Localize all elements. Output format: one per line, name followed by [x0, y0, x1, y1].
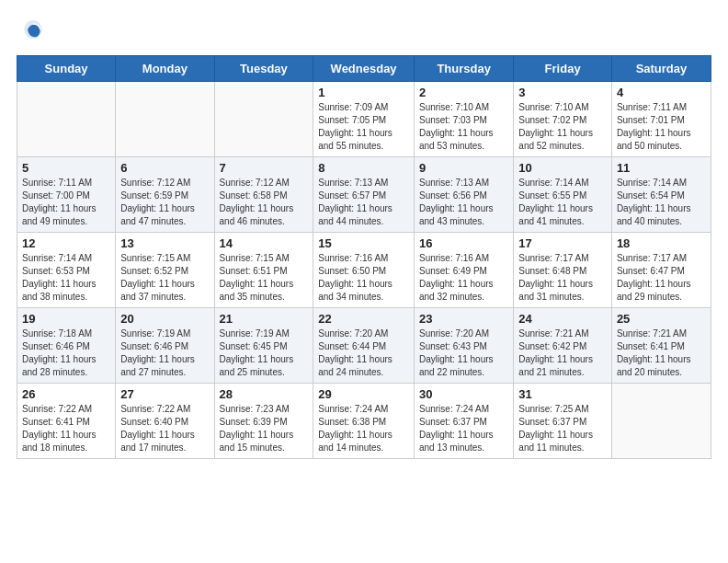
- calendar-week-2: 5Sunrise: 7:11 AM Sunset: 7:00 PM Daylig…: [17, 157, 711, 233]
- day-info: Sunrise: 7:21 AM Sunset: 6:41 PM Dayligh…: [617, 327, 706, 379]
- day-info: Sunrise: 7:10 AM Sunset: 7:02 PM Dayligh…: [518, 101, 607, 153]
- day-info: Sunrise: 7:23 AM Sunset: 6:39 PM Dayligh…: [220, 403, 309, 454]
- day-number: 25: [617, 312, 706, 326]
- day-header-thursday: Thursday: [414, 56, 513, 82]
- day-number: 1: [318, 86, 409, 99]
- calendar-cell: 3Sunrise: 7:10 AM Sunset: 7:02 PM Daylig…: [514, 82, 612, 157]
- calendar-cell: 28Sunrise: 7:23 AM Sunset: 6:39 PM Dayli…: [214, 384, 313, 459]
- calendar-cell: 30Sunrise: 7:24 AM Sunset: 6:37 PM Dayli…: [414, 384, 513, 459]
- day-info: Sunrise: 7:25 AM Sunset: 6:37 PM Dayligh…: [518, 403, 607, 454]
- calendar-cell: 13Sunrise: 7:15 AM Sunset: 6:52 PM Dayli…: [116, 233, 214, 308]
- page: SundayMondayTuesdayWednesdayThursdayFrid…: [0, 0, 728, 563]
- day-info: Sunrise: 7:24 AM Sunset: 6:37 PM Dayligh…: [419, 403, 508, 454]
- day-header-sunday: Sunday: [17, 56, 116, 82]
- calendar-cell: 24Sunrise: 7:21 AM Sunset: 6:42 PM Dayli…: [514, 308, 612, 384]
- calendar-cell: 29Sunrise: 7:24 AM Sunset: 6:38 PM Dayli…: [313, 384, 415, 459]
- calendar-week-1: 1Sunrise: 7:09 AM Sunset: 7:05 PM Daylig…: [17, 82, 711, 157]
- day-info: Sunrise: 7:22 AM Sunset: 6:40 PM Dayligh…: [120, 403, 209, 454]
- day-info: Sunrise: 7:12 AM Sunset: 6:58 PM Dayligh…: [220, 177, 309, 228]
- day-number: 7: [220, 161, 309, 175]
- calendar-week-4: 19Sunrise: 7:18 AM Sunset: 6:46 PM Dayli…: [17, 308, 711, 384]
- day-info: Sunrise: 7:10 AM Sunset: 7:03 PM Dayligh…: [419, 101, 508, 153]
- day-info: Sunrise: 7:19 AM Sunset: 6:46 PM Dayligh…: [120, 327, 209, 379]
- day-number: 10: [518, 161, 607, 175]
- day-info: Sunrise: 7:15 AM Sunset: 6:52 PM Dayligh…: [120, 252, 209, 304]
- day-info: Sunrise: 7:18 AM Sunset: 6:46 PM Dayligh…: [22, 327, 110, 379]
- calendar-cell: 6Sunrise: 7:12 AM Sunset: 6:59 PM Daylig…: [116, 157, 214, 233]
- calendar-cell: 4Sunrise: 7:11 AM Sunset: 7:01 PM Daylig…: [611, 82, 711, 157]
- calendar-cell: [116, 82, 214, 157]
- calendar-cell: 27Sunrise: 7:22 AM Sunset: 6:40 PM Dayli…: [116, 384, 214, 459]
- day-number: 3: [518, 86, 607, 99]
- calendar-cell: 20Sunrise: 7:19 AM Sunset: 6:46 PM Dayli…: [116, 308, 214, 384]
- day-number: 13: [120, 236, 209, 250]
- day-number: 17: [518, 236, 607, 250]
- day-info: Sunrise: 7:15 AM Sunset: 6:51 PM Dayligh…: [220, 252, 309, 304]
- day-number: 16: [419, 236, 508, 250]
- calendar-cell: 12Sunrise: 7:14 AM Sunset: 6:53 PM Dayli…: [17, 233, 116, 308]
- day-number: 19: [22, 312, 110, 326]
- day-number: 31: [518, 387, 607, 401]
- day-info: Sunrise: 7:11 AM Sunset: 7:00 PM Dayligh…: [22, 177, 110, 228]
- day-number: 29: [318, 387, 409, 401]
- calendar-cell: 15Sunrise: 7:16 AM Sunset: 6:50 PM Dayli…: [313, 233, 415, 308]
- calendar-header-row: SundayMondayTuesdayWednesdayThursdayFrid…: [17, 56, 711, 82]
- day-number: 2: [419, 86, 508, 99]
- calendar-cell: 7Sunrise: 7:12 AM Sunset: 6:58 PM Daylig…: [214, 157, 313, 233]
- day-number: 30: [419, 387, 508, 401]
- day-number: 4: [617, 86, 706, 99]
- day-header-saturday: Saturday: [611, 56, 711, 82]
- calendar-cell: 26Sunrise: 7:22 AM Sunset: 6:41 PM Dayli…: [17, 384, 116, 459]
- day-header-monday: Monday: [116, 56, 214, 82]
- day-number: 8: [318, 161, 409, 175]
- day-number: 28: [220, 387, 309, 401]
- day-info: Sunrise: 7:11 AM Sunset: 7:01 PM Dayligh…: [617, 101, 706, 153]
- calendar-table: SundayMondayTuesdayWednesdayThursdayFrid…: [17, 55, 711, 459]
- day-number: 21: [220, 312, 309, 326]
- day-info: Sunrise: 7:13 AM Sunset: 6:56 PM Dayligh…: [419, 177, 508, 228]
- calendar-cell: [214, 82, 313, 157]
- calendar-cell: 18Sunrise: 7:17 AM Sunset: 6:47 PM Dayli…: [611, 233, 711, 308]
- day-info: Sunrise: 7:17 AM Sunset: 6:47 PM Dayligh…: [617, 252, 706, 304]
- day-number: 24: [518, 312, 607, 326]
- calendar-cell: 31Sunrise: 7:25 AM Sunset: 6:37 PM Dayli…: [514, 384, 612, 459]
- day-info: Sunrise: 7:14 AM Sunset: 6:54 PM Dayligh…: [617, 177, 706, 228]
- day-info: Sunrise: 7:24 AM Sunset: 6:38 PM Dayligh…: [318, 403, 409, 454]
- day-number: 12: [22, 236, 110, 250]
- calendar-cell: [17, 82, 116, 157]
- day-info: Sunrise: 7:20 AM Sunset: 6:44 PM Dayligh…: [318, 327, 409, 379]
- day-info: Sunrise: 7:21 AM Sunset: 6:42 PM Dayligh…: [518, 327, 607, 379]
- calendar-cell: 16Sunrise: 7:16 AM Sunset: 6:49 PM Dayli…: [414, 233, 513, 308]
- calendar-cell: 25Sunrise: 7:21 AM Sunset: 6:41 PM Dayli…: [611, 308, 711, 384]
- day-number: 20: [120, 312, 209, 326]
- day-number: 15: [318, 236, 409, 250]
- calendar-cell: 9Sunrise: 7:13 AM Sunset: 6:56 PM Daylig…: [414, 157, 513, 233]
- day-header-tuesday: Tuesday: [214, 56, 313, 82]
- day-info: Sunrise: 7:19 AM Sunset: 6:45 PM Dayligh…: [220, 327, 309, 379]
- day-info: Sunrise: 7:09 AM Sunset: 7:05 PM Dayligh…: [318, 101, 409, 153]
- calendar-cell: 22Sunrise: 7:20 AM Sunset: 6:44 PM Dayli…: [313, 308, 415, 384]
- logo: [17, 17, 46, 46]
- calendar-cell: 11Sunrise: 7:14 AM Sunset: 6:54 PM Dayli…: [611, 157, 711, 233]
- day-number: 23: [419, 312, 508, 326]
- day-info: Sunrise: 7:20 AM Sunset: 6:43 PM Dayligh…: [419, 327, 508, 379]
- day-number: 27: [120, 387, 209, 401]
- day-info: Sunrise: 7:14 AM Sunset: 6:55 PM Dayligh…: [518, 177, 607, 228]
- day-number: 18: [617, 236, 706, 250]
- calendar-cell: 1Sunrise: 7:09 AM Sunset: 7:05 PM Daylig…: [313, 82, 415, 157]
- calendar-cell: [611, 384, 711, 459]
- day-info: Sunrise: 7:17 AM Sunset: 6:48 PM Dayligh…: [518, 252, 607, 304]
- calendar-cell: 2Sunrise: 7:10 AM Sunset: 7:03 PM Daylig…: [414, 82, 513, 157]
- calendar-cell: 14Sunrise: 7:15 AM Sunset: 6:51 PM Dayli…: [214, 233, 313, 308]
- day-number: 22: [318, 312, 409, 326]
- day-number: 26: [22, 387, 110, 401]
- day-info: Sunrise: 7:12 AM Sunset: 6:59 PM Dayligh…: [120, 177, 209, 228]
- day-info: Sunrise: 7:16 AM Sunset: 6:49 PM Dayligh…: [419, 252, 508, 304]
- day-number: 9: [419, 161, 508, 175]
- day-number: 11: [617, 161, 706, 175]
- calendar-cell: 10Sunrise: 7:14 AM Sunset: 6:55 PM Dayli…: [514, 157, 612, 233]
- calendar-cell: 17Sunrise: 7:17 AM Sunset: 6:48 PM Dayli…: [514, 233, 612, 308]
- day-number: 5: [22, 161, 110, 175]
- calendar-cell: 19Sunrise: 7:18 AM Sunset: 6:46 PM Dayli…: [17, 308, 116, 384]
- calendar-cell: 21Sunrise: 7:19 AM Sunset: 6:45 PM Dayli…: [214, 308, 313, 384]
